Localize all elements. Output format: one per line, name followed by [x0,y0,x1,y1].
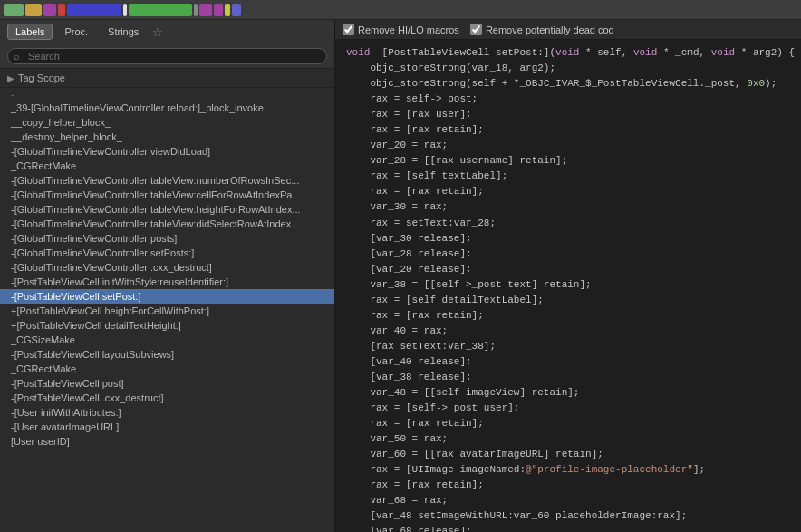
symbol-list: -_39-[GlobalTimelineViewController reloa… [0,88,334,532]
symbol-item[interactable]: -[User initWithAttributes:] [0,405,334,420]
symbol-item[interactable]: _CGRectMake [0,159,334,173]
proc-button[interactable]: Proc. [56,24,96,40]
tag-scope-chevron: ▶ [7,73,14,83]
symbol-item[interactable]: _39-[GlobalTimelineViewController reload… [0,101,334,115]
main-layout: Labels Proc. Strings ☆ ⌕ ▶ Tag Scope -_3… [0,20,801,532]
tab-block-4[interactable] [58,4,65,16]
checkbox1-label[interactable]: Remove HI/LO macros [343,24,459,35]
code-line: objc_storeStrong(self + *_OBJC_IVAR_$_Po… [335,76,801,92]
code-line: var_60 = [[rax avatarImageURL] retain]; [335,447,801,462]
symbol-item[interactable]: -[GlobalTimelineViewController tableView… [0,202,334,217]
symbol-item[interactable]: __copy_helper_block_ [0,115,334,130]
code-line: [var_68 release]; [335,524,801,532]
tab-block-9[interactable] [199,4,212,16]
checkbox2-text: Remove potentially dead cod [486,24,614,35]
code-line: [var_38 release]; [335,370,801,385]
symbol-item[interactable]: -[PostTableViewCell post] [0,376,334,391]
symbol-item[interactable]: _CGRectMake [0,362,334,376]
tag-scope-row[interactable]: ▶ Tag Scope [0,69,334,88]
tab-block-10[interactable] [214,4,223,16]
code-line: var_38 = [[self->_post text] retain]; [335,277,801,293]
left-panel: Labels Proc. Strings ☆ ⌕ ▶ Tag Scope -_3… [0,20,335,532]
tab-block-6 [123,4,127,16]
right-panel: Remove HI/LO macros Remove potentially d… [335,20,801,532]
symbol-item[interactable]: -[GlobalTimelineViewController tableView… [0,173,334,188]
code-line: rax = [rax retain]; [335,184,801,199]
symbol-item[interactable]: -[GlobalTimelineViewController setPosts:… [0,246,334,260]
code-line: rax = [self->_post user]; [335,401,801,416]
code-line: rax = setText:var_28; [335,216,801,231]
symbol-item[interactable]: -[PostTableViewCell setPost:] [0,289,334,304]
symbol-item[interactable]: -[GlobalTimelineViewController viewDidLo… [0,144,334,159]
strings-button[interactable]: Strings [100,24,147,40]
symbol-item[interactable]: __destroy_helper_block_ [0,130,334,144]
symbol-item[interactable]: _CGSizeMake [0,333,334,347]
code-line: var_50 = rax; [335,431,801,447]
tab-block-3[interactable] [43,4,56,16]
code-line: rax = [rax retain]; [335,478,801,493]
code-line: var_48 = [[self imageView] retain]; [335,385,801,401]
tab-block-7[interactable] [129,4,192,16]
code-line: void -[PostTableViewCell setPost:](void … [335,45,801,61]
symbol-item[interactable]: - [0,88,334,101]
symbol-item[interactable]: -[GlobalTimelineViewController tableView… [0,188,334,202]
code-line: var_28 = [[rax username] retain]; [335,153,801,169]
tab-block-11[interactable] [225,4,230,16]
code-line: rax = [rax retain]; [335,416,801,431]
code-line: rax = [rax user]; [335,107,801,122]
tab-block-2[interactable] [25,4,42,16]
tag-scope-label: Tag Scope [18,73,65,83]
tab-block-12[interactable] [232,4,241,16]
symbol-item[interactable]: -[PostTableViewCell layoutSubviews] [0,347,334,362]
code-line: rax = [UIImage imageNamed:@"profile-imag… [335,462,801,478]
code-line: [var_40 release]; [335,354,801,370]
tab-block-1[interactable] [4,4,24,16]
code-area: void -[PostTableViewCell setPost:](void … [335,40,801,532]
code-line: [rax setText:var_38]; [335,339,801,354]
code-line: [var_28 release]; [335,247,801,262]
checkbox2-label[interactable]: Remove potentially dead cod [470,24,614,35]
symbol-item[interactable]: -[GlobalTimelineViewController posts] [0,231,334,246]
code-line: rax = [rax retain]; [335,308,801,324]
code-line: var_30 = rax; [335,199,801,215]
tab-block-8 [194,4,198,16]
code-line: [var_20 release]; [335,262,801,277]
labels-button[interactable]: Labels [7,24,53,40]
search-wrapper: ⌕ [7,48,327,64]
symbol-item[interactable]: -[User avatarImageURL] [0,420,334,434]
tab-block-5[interactable] [67,4,121,16]
code-line: [var_48 setImageWithURL:var_60 placehold… [335,508,801,524]
symbol-item[interactable]: +[PostTableViewCell heightForCellWithPos… [0,304,334,318]
symbol-item[interactable]: -[GlobalTimelineViewController .cxx_dest… [0,260,334,275]
remove-dead-code-checkbox[interactable] [470,24,482,35]
code-line: var_20 = rax; [335,138,801,153]
symbol-item[interactable]: -[GlobalTimelineViewController tableView… [0,217,334,231]
options-bar: Remove HI/LO macros Remove potentially d… [335,20,801,40]
symbol-item[interactable]: [User userID] [0,434,334,449]
code-line: rax = self->_post; [335,92,801,107]
code-line: rax = [self detailTextLabel]; [335,293,801,308]
symbol-item[interactable]: +[PostTableViewCell detailTextHeight:] [0,318,334,333]
code-line: [var_30 release]; [335,231,801,247]
search-bar: ⌕ [0,44,334,69]
code-line: rax = [self textLabel]; [335,169,801,184]
code-line: var_40 = rax; [335,324,801,339]
search-icon: ⌕ [14,51,20,62]
code-line: rax = [rax retain]; [335,122,801,138]
remove-hi-lo-checkbox[interactable] [343,24,354,35]
search-input[interactable] [7,48,327,64]
left-toolbar: Labels Proc. Strings ☆ [0,20,334,44]
code-line: objc_storeStrong(var_18, arg2); [335,61,801,76]
code-line: var_68 = rax; [335,493,801,508]
symbol-item[interactable]: -[PostTableViewCell .cxx_destruct] [0,391,334,405]
tab-bar [0,0,801,20]
symbol-item[interactable]: -[PostTableViewCell initWithStyle:reuseI… [0,275,334,289]
checkbox1-text: Remove HI/LO macros [358,24,459,35]
star-icon[interactable]: ☆ [152,25,163,39]
